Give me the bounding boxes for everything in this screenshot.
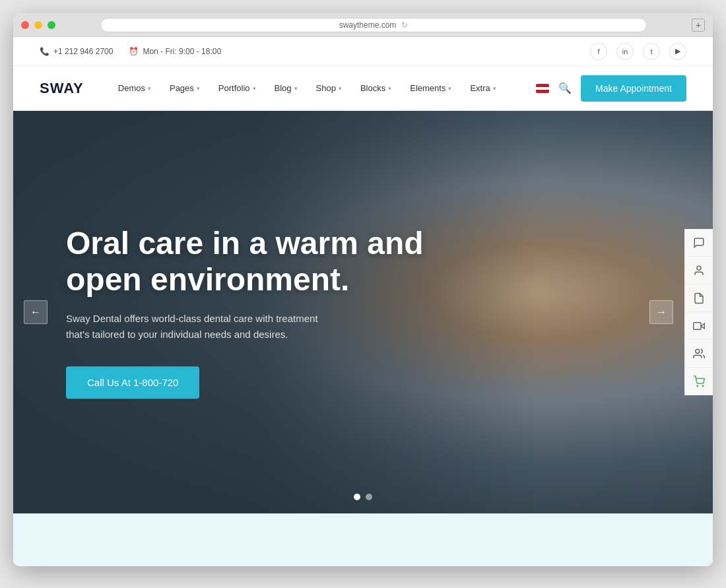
youtube-link[interactable]: ▶	[669, 43, 686, 60]
chat-icon[interactable]	[685, 229, 713, 257]
document-icon[interactable]	[685, 284, 713, 312]
hero-next-arrow[interactable]: →	[649, 300, 673, 324]
user-icon[interactable]	[685, 257, 713, 284]
arrow-left-icon: ←	[30, 306, 41, 318]
search-icon[interactable]: 🔍	[558, 82, 572, 94]
bottom-section	[13, 513, 713, 566]
hero-dot-2[interactable]	[366, 494, 372, 500]
phone-number: +1 212 946 2700	[53, 47, 113, 56]
browser-window: swaytheme.com ↻ + 📞 +1 212 946 2700 ⏰ Mo…	[13, 13, 713, 566]
minimize-button[interactable]	[34, 21, 42, 29]
navbar: SWAY Demos ▾ Pages ▾ Portfolio ▾ Blog ▾	[13, 66, 713, 111]
nav-extra[interactable]: Extra ▾	[462, 78, 504, 98]
nav-portfolio[interactable]: Portfolio ▾	[211, 78, 264, 98]
hero-title: Oral care in a warm and open environment…	[66, 225, 429, 298]
flag-icon[interactable]	[536, 84, 549, 93]
svg-rect-2	[694, 322, 701, 329]
clock-icon: ⏰	[129, 47, 139, 56]
nav-shop[interactable]: Shop ▾	[308, 78, 350, 98]
url-text: swaytheme.com	[339, 20, 397, 30]
close-button[interactable]	[21, 21, 29, 29]
svg-point-0	[697, 266, 701, 270]
svg-marker-1	[701, 323, 704, 329]
website-content: 📞 +1 212 946 2700 ⏰ Mon - Fri: 9:00 - 18…	[13, 37, 713, 566]
hero-subtitle: Sway Dental offers world-class dental ca…	[66, 311, 330, 343]
site-logo[interactable]: SWAY	[40, 80, 84, 97]
refresh-icon[interactable]: ↻	[401, 20, 408, 30]
team-icon[interactable]	[685, 340, 713, 368]
chevron-down-icon: ▾	[339, 85, 342, 92]
video-icon[interactable]	[685, 312, 713, 340]
twitter-link[interactable]: t	[643, 43, 660, 60]
chevron-down-icon: ▾	[388, 85, 391, 92]
arrow-right-icon: →	[656, 306, 667, 318]
nav-right: 🔍 Make Appointment	[536, 75, 686, 102]
chevron-down-icon: ▾	[493, 85, 496, 92]
maximize-button[interactable]	[48, 21, 55, 29]
chevron-down-icon: ▾	[253, 85, 256, 92]
chevron-down-icon: ▾	[148, 85, 151, 92]
make-appointment-button[interactable]: Make Appointment	[581, 75, 686, 102]
svg-point-3	[696, 349, 700, 353]
chevron-down-icon: ▾	[197, 85, 200, 92]
top-bar-left: 📞 +1 212 946 2700 ⏰ Mon - Fri: 9:00 - 18…	[40, 47, 221, 56]
hero-content: Oral care in a warm and open environment…	[66, 225, 429, 399]
chevron-down-icon: ▾	[448, 85, 451, 92]
business-hours: Mon - Fri: 9:00 - 18:00	[143, 47, 221, 56]
hero-dots	[354, 494, 372, 500]
phone-contact: 📞 +1 212 946 2700	[40, 47, 113, 56]
hero-dot-1[interactable]	[354, 494, 360, 500]
chevron-down-icon: ▾	[294, 85, 298, 92]
hero-prev-arrow[interactable]: ←	[24, 300, 48, 324]
nav-pages[interactable]: Pages ▾	[162, 78, 208, 98]
linkedin-link[interactable]: in	[616, 43, 634, 60]
top-bar-right: f in t ▶	[590, 43, 686, 60]
svg-point-4	[697, 385, 698, 387]
nav-demos[interactable]: Demos ▾	[110, 78, 159, 98]
nav-elements[interactable]: Elements ▾	[402, 78, 459, 98]
hours-contact: ⏰ Mon - Fri: 9:00 - 18:00	[129, 47, 221, 56]
nav-menu: Demos ▾ Pages ▾ Portfolio ▾ Blog ▾ Shop	[110, 78, 536, 98]
top-bar: 📞 +1 212 946 2700 ⏰ Mon - Fri: 9:00 - 18…	[13, 37, 713, 66]
svg-point-5	[702, 385, 704, 387]
nav-blog[interactable]: Blog ▾	[267, 78, 306, 98]
phone-icon: 📞	[40, 47, 50, 56]
nav-blocks[interactable]: Blocks ▾	[352, 78, 399, 98]
sidebar-icons	[684, 229, 713, 395]
cart-icon[interactable]	[685, 368, 713, 395]
new-tab-button[interactable]: +	[692, 18, 705, 32]
facebook-link[interactable]: f	[590, 43, 607, 60]
address-bar[interactable]: swaytheme.com ↻	[100, 18, 647, 32]
browser-titlebar: swaytheme.com ↻ +	[13, 13, 713, 37]
hero-section: Oral care in a warm and open environment…	[13, 111, 713, 513]
hero-cta-button[interactable]: Call Us At 1-800-720	[66, 367, 199, 399]
